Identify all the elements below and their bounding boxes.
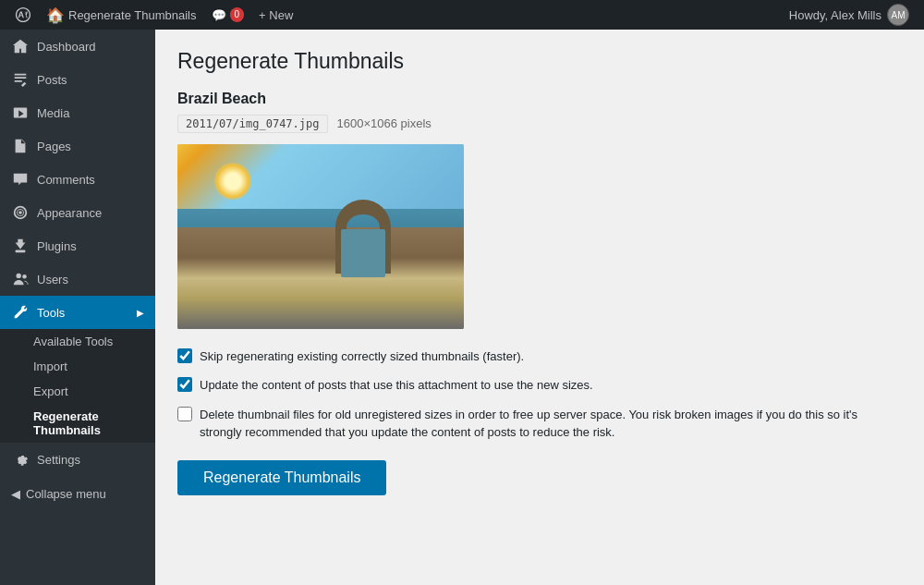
sun-glow	[214, 163, 251, 200]
sidebar-item-comments[interactable]: Comments	[0, 163, 155, 196]
avatar: AM	[887, 4, 909, 26]
sidebar-item-media[interactable]: Media	[0, 96, 155, 129]
sidebar-item-users[interactable]: Users	[0, 262, 155, 296]
sidebar-item-plugins[interactable]: Plugins	[0, 229, 155, 262]
sidebar-item-appearance[interactable]: Appearance	[0, 196, 155, 229]
admin-bar-site-name[interactable]: 🏠 Regenerate Thumbnails	[39, 0, 204, 30]
submenu-item-export[interactable]: Export	[0, 379, 155, 404]
delete-old-checkbox[interactable]	[177, 407, 192, 421]
admin-bar-left: 🏠 Regenerate Thumbnails 💬 0 + New	[7, 0, 782, 30]
svg-point-1	[18, 211, 22, 214]
delete-old-label: Delete thumbnail files for old unregiste…	[200, 406, 902, 442]
submenu-item-import[interactable]: Import	[0, 354, 155, 379]
skip-existing-checkbox[interactable]	[177, 348, 192, 363]
sidebar-item-posts[interactable]: Posts	[0, 63, 155, 96]
sidebar-item-tools[interactable]: Tools ▶	[0, 296, 155, 329]
rock-layer	[177, 227, 464, 329]
page-title: Regenerate Thumbnails	[177, 48, 902, 76]
option-row-update-content: Update the content of posts that use thi…	[177, 376, 902, 395]
posts-icon	[11, 70, 30, 89]
image-dims: 1600×1066 pixels	[337, 116, 432, 130]
collapse-icon: ◀	[11, 487, 20, 501]
comments-count: 0	[230, 7, 245, 22]
update-content-checkbox[interactable]	[177, 377, 192, 392]
tools-icon	[11, 303, 30, 322]
media-icon	[11, 104, 30, 122]
regenerate-thumbnails-button[interactable]: Regenerate Thumbnails	[177, 460, 386, 495]
main-layout: Dashboard Posts Media Pages Comments	[0, 30, 924, 585]
image-meta: 2011/07/img_0747.jpg 1600×1066 pixels	[177, 115, 902, 133]
options-section: Skip regenerating existing correctly siz…	[177, 347, 902, 442]
admin-bar-new[interactable]: + New	[251, 0, 300, 30]
plugins-icon	[11, 237, 30, 255]
admin-bar: 🏠 Regenerate Thumbnails 💬 0 + New Howdy,…	[0, 0, 924, 30]
admin-bar-howdy[interactable]: Howdy, Alex Mills AM	[782, 4, 917, 26]
skip-existing-label: Skip regenerating existing correctly siz…	[200, 347, 524, 366]
sidebar-item-dashboard[interactable]: Dashboard	[0, 30, 155, 63]
svg-rect-2	[16, 250, 26, 253]
dashboard-icon	[11, 37, 30, 55]
submenu-item-regenerate-thumbnails[interactable]: Regenerate Thumbnails	[0, 404, 155, 443]
update-content-label: Update the content of posts that use thi…	[200, 376, 593, 395]
image-title: Brazil Beach	[177, 91, 902, 107]
comments-icon	[11, 170, 30, 189]
svg-point-3	[17, 274, 21, 278]
comment-bubble-icon: 💬	[212, 8, 226, 22]
admin-bar-wp-logo[interactable]	[7, 0, 39, 30]
admin-bar-right: Howdy, Alex Mills AM	[782, 4, 917, 26]
collapse-menu-button[interactable]: ◀ Collapse menu	[0, 480, 155, 508]
rock-arch	[335, 200, 391, 274]
image-path: 2011/07/img_0747.jpg	[177, 115, 328, 133]
appearance-icon	[11, 203, 30, 222]
tools-arrow-icon: ▶	[137, 308, 144, 318]
beach-image	[177, 144, 464, 329]
sidebar: Dashboard Posts Media Pages Comments	[0, 30, 155, 585]
content-area: Regenerate Thumbnails Brazil Beach 2011/…	[155, 30, 924, 585]
sidebar-item-pages[interactable]: Pages	[0, 129, 155, 163]
option-row-skip-existing: Skip regenerating existing correctly siz…	[177, 347, 902, 366]
settings-icon	[11, 450, 30, 469]
pages-icon	[11, 137, 30, 155]
sidebar-item-settings[interactable]: Settings	[0, 443, 155, 476]
tools-submenu: Available Tools Import Export Regenerate…	[0, 329, 155, 443]
users-icon	[11, 270, 30, 288]
submenu-item-available-tools[interactable]: Available Tools	[0, 329, 155, 354]
option-row-delete-old: Delete thumbnail files for old unregiste…	[177, 406, 902, 442]
admin-bar-comments[interactable]: 💬 0	[204, 0, 252, 30]
svg-point-4	[22, 274, 27, 279]
